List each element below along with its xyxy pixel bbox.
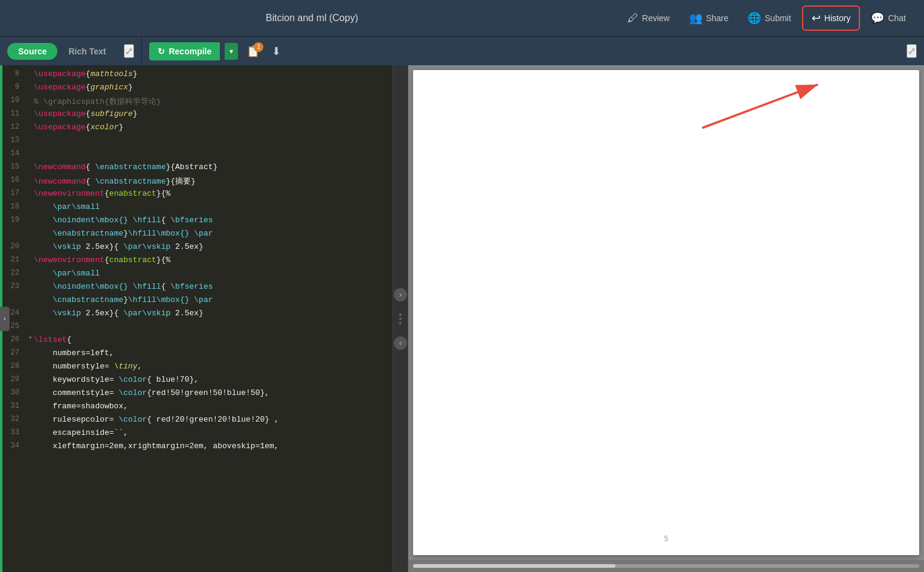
- line-number: 15: [0, 161, 27, 171]
- secondary-toolbar: Source Rich Text ⤢ ↻ Recompile ▾ 📋 1 ⬇ ⤢: [0, 36, 924, 65]
- code-line: 23 \noindent\mbox{} \hfill{ \bfseries: [0, 280, 393, 294]
- line-content: [34, 321, 393, 331]
- expand-preview-button[interactable]: ⤢: [906, 44, 917, 58]
- submit-button[interactable]: 🌐 Submit: [739, 7, 800, 30]
- code-line: 15\newcommand{ \enabstractname}{Abstract…: [0, 161, 393, 174]
- code-line: 28 numberstyle= \tiny,: [0, 360, 393, 373]
- code-line: 14: [0, 147, 393, 161]
- line-number: 19: [0, 214, 27, 224]
- code-line: 13: [0, 134, 393, 147]
- recompile-dropdown-button[interactable]: ▾: [225, 43, 238, 60]
- line-number: 30: [0, 387, 27, 397]
- line-number: 21: [0, 254, 27, 264]
- left-collapse-button[interactable]: ‹: [0, 307, 10, 331]
- recompile-button[interactable]: ↻ Recompile: [149, 42, 220, 60]
- share-icon: 👥: [689, 11, 702, 25]
- line-number: [0, 228, 27, 229]
- code-line: 22 \par\small: [0, 267, 393, 280]
- preview-toolbar: ↻ Recompile ▾ 📋 1 ⬇ ⤢: [141, 37, 924, 65]
- line-number: 26: [0, 334, 27, 344]
- code-line: \enabstractname}\hfill\mbox{} \par: [0, 227, 393, 240]
- code-line: 33 escapeinside=``,: [0, 426, 393, 440]
- line-number: 18: [0, 201, 27, 211]
- code-line: 32 rulesepcolor= \color{ red!20!green!20…: [0, 413, 393, 426]
- code-line: 9\usepackage{graphicx}: [0, 81, 393, 94]
- line-content: [34, 148, 393, 158]
- code-line: 26▾\lstset{: [0, 333, 393, 347]
- line-content: \usepackage{graphicx}: [34, 82, 393, 92]
- line-content: \enabstractname}\hfill\mbox{} \par: [34, 228, 393, 238]
- preview-horizontal-scrollbar[interactable]: [413, 564, 919, 568]
- line-content: \newcommand{ \enabstractname}{Abstract}: [34, 161, 393, 172]
- download-button[interactable]: ⬇: [268, 42, 284, 60]
- line-number: 33: [0, 427, 27, 437]
- line-content: frame=shadowbox,: [34, 400, 393, 411]
- line-content: \par\small: [34, 268, 393, 278]
- code-line: 10% \graphicspath{数据科学导论}: [0, 94, 393, 108]
- history-button[interactable]: ↩ History: [802, 5, 861, 31]
- download-icon: ⬇: [272, 45, 281, 57]
- line-number: 14: [0, 148, 27, 158]
- code-line: 29 keywordstyle= \color{ blue!70},: [0, 373, 393, 387]
- line-content: \cnabstractname}\hfill\mbox{} \par: [34, 294, 393, 304]
- arrow-right-button[interactable]: ›: [394, 288, 407, 301]
- document-title: Bitcion and ml (Copy): [10, 13, 614, 24]
- line-content: \newenvironment{cnabstract}{%: [34, 254, 393, 265]
- editor-panel: ‹ 8\usepackage{mathtools}9\usepackage{gr…: [0, 65, 393, 572]
- logs-badge: 1: [254, 42, 263, 52]
- line-number: 16: [0, 175, 27, 184]
- line-number: 13: [0, 135, 27, 144]
- line-content: numbers=left,: [34, 347, 393, 358]
- line-content: \vskip 2.5ex}{ \par\vskip 2.5ex}: [34, 307, 393, 318]
- line-content: \usepackage{xcolor}: [34, 121, 393, 132]
- line-content: \par\small: [34, 201, 393, 211]
- line-number: 10: [0, 95, 27, 104]
- line-number: 9: [0, 82, 27, 91]
- line-content: \usepackage{mathtools}: [34, 68, 393, 79]
- line-number: 17: [0, 188, 27, 198]
- review-button[interactable]: 🖊 Review: [619, 7, 678, 30]
- arrow-left-button[interactable]: ‹: [394, 336, 407, 350]
- line-number: 27: [0, 347, 27, 357]
- code-line: 21\newenvironment{cnabstract}{%: [0, 254, 393, 267]
- page-number: 5: [664, 535, 669, 543]
- fold-indicator[interactable]: ▾: [27, 334, 34, 341]
- history-icon: ↩: [812, 11, 821, 25]
- svg-line-1: [702, 85, 818, 128]
- line-content: \noindent\mbox{} \hfill{ \bfseries: [34, 281, 393, 291]
- code-line: 18 \par\small: [0, 201, 393, 214]
- line-number: 29: [0, 374, 27, 384]
- line-content: \newcommand{ \cnabstractname}{摘要}: [34, 175, 393, 187]
- preview-page: 5: [413, 70, 919, 555]
- code-editor[interactable]: 8\usepackage{mathtools}9\usepackage{grap…: [0, 65, 393, 572]
- editor-tabs: Source Rich Text: [0, 37, 124, 65]
- line-content: % \graphicspath{数据科学导论}: [34, 95, 393, 107]
- annotation-arrow: [413, 70, 919, 572]
- chat-icon: 💬: [871, 11, 884, 25]
- preview-scrollbar-bar: [408, 560, 924, 572]
- chat-button[interactable]: 💬 Chat: [862, 7, 914, 30]
- line-content: \lstset{: [34, 334, 393, 344]
- preview-panel: 5: [408, 65, 924, 572]
- code-line: 17\newenvironment{enabstract}{%: [0, 187, 393, 201]
- line-content: escapeinside=``,: [34, 427, 393, 437]
- source-tab[interactable]: Source: [7, 43, 57, 60]
- code-line: 12\usepackage{xcolor}: [0, 121, 393, 134]
- recompile-icon: ↻: [158, 47, 165, 56]
- line-number: 20: [0, 241, 27, 251]
- line-content: \noindent\mbox{} \hfill{ \bfseries: [34, 214, 393, 225]
- expand-editor-button[interactable]: ⤢: [124, 44, 134, 58]
- line-content: \usepackage{subfigure}: [34, 108, 393, 118]
- logs-button[interactable]: 📋 1: [243, 42, 263, 60]
- code-line: 34 xleftmargin=2em,xrightmargin=2em, abo…: [0, 440, 393, 453]
- share-button[interactable]: 👥 Share: [681, 7, 737, 30]
- line-number: [0, 294, 27, 295]
- line-number: 23: [0, 281, 27, 291]
- richtext-tab[interactable]: Rich Text: [57, 43, 117, 60]
- code-line: 30 commentstyle= \color{red!50!green!50!…: [0, 387, 393, 400]
- line-number: 22: [0, 268, 27, 277]
- scrollbar-thumb: [413, 564, 615, 568]
- panel-separator: › ‹: [393, 65, 408, 572]
- line-number: 11: [0, 108, 27, 118]
- separator-dots: [399, 313, 402, 324]
